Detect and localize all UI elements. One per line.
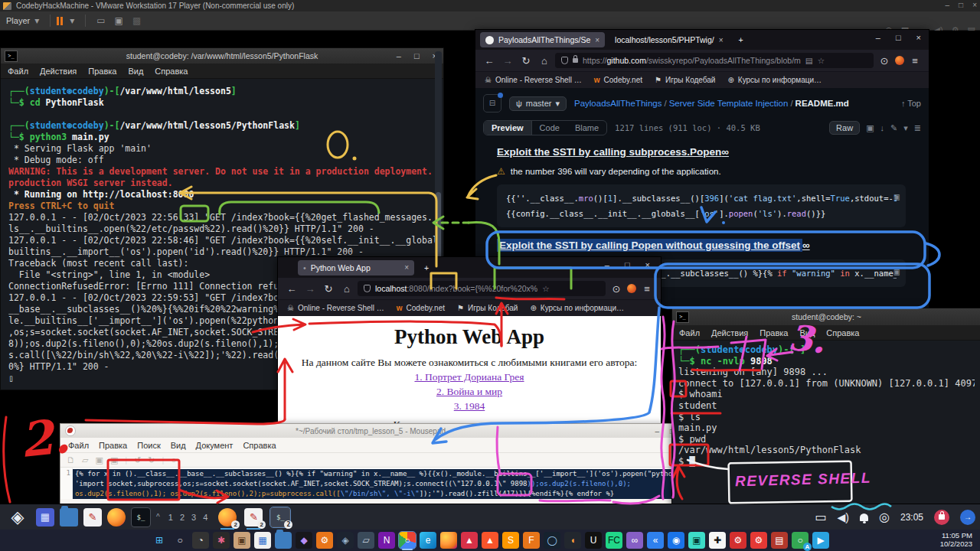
bookmark-games[interactable]: ⚑Игры Кодебай — [655, 76, 715, 84]
menu-help[interactable]: Справка — [826, 328, 859, 337]
tracking-shield-icon[interactable] — [561, 57, 568, 64]
save-icon[interactable]: ▣ — [95, 455, 103, 465]
file-manager-icon[interactable] — [60, 508, 78, 527]
bookmark-games[interactable]: ⚑Игры Кодебай — [457, 304, 518, 312]
visual-studio[interactable]: ∞ — [626, 532, 643, 549]
chrome[interactable]: ○ — [399, 532, 416, 549]
tab-close-icon[interactable]: × — [404, 263, 409, 272]
payload-text[interactable]: {% for x in ().__class__.__base__.__subc… — [73, 468, 681, 499]
back-to-top-link[interactable]: ↑ Top — [901, 99, 921, 108]
app-f-orange[interactable]: F — [523, 532, 540, 549]
vscode[interactable]: « — [647, 532, 664, 549]
pause-vm-button[interactable] — [57, 17, 63, 25]
window-list-icon[interactable]: ▭ — [815, 510, 826, 524]
app-teal[interactable]: ▣ — [688, 532, 705, 549]
power-manager-icon[interactable]: ◎ — [879, 510, 890, 524]
mousepad-window-button[interactable]: ✎2 — [244, 508, 263, 527]
outline-icon[interactable]: ≣ — [914, 123, 921, 133]
reload-icon[interactable]: ↻ — [321, 283, 336, 295]
codeby-menu-icon[interactable]: ◈ — [5, 508, 31, 527]
minimize-button[interactable]: – — [655, 427, 659, 435]
telegram[interactable]: ▶ — [812, 532, 829, 549]
new-tab-button[interactable]: + — [419, 260, 434, 276]
ublock-extension-icon[interactable] — [627, 284, 636, 293]
raw-button[interactable]: Raw — [829, 121, 860, 135]
save-as-icon[interactable]: ▣ — [110, 455, 118, 465]
mousepad-titlebar[interactable]: *~/Рабочий стол/tmp_lesson_5 - Mousepad … — [60, 424, 681, 438]
terminal-launcher-icon[interactable]: $_ — [131, 507, 151, 527]
toolbox-red[interactable]: ▤ — [771, 532, 788, 549]
menu-file[interactable]: Файл — [679, 328, 700, 337]
logout-button[interactable]: → — [960, 510, 975, 525]
app-gear-orange[interactable]: ⚙ — [316, 532, 333, 549]
mousepad-launcher-icon[interactable]: ✎ — [83, 508, 102, 527]
copy-code-icon[interactable]: ▣ — [894, 189, 900, 204]
bookmark-courses[interactable]: ⊕Курсы по информаци… — [727, 76, 822, 84]
volume-icon[interactable]: ◀) — [838, 511, 849, 523]
pause-caret-icon[interactable]: ▾ — [70, 15, 74, 26]
app-colors[interactable]: ✱ — [213, 532, 230, 549]
home-icon[interactable]: ⌂ — [339, 283, 354, 295]
edit-icon[interactable]: ✎ — [890, 123, 897, 133]
app-bat[interactable]: ✚ — [709, 532, 726, 549]
minimize-button[interactable]: – — [605, 260, 609, 269]
terminal-window-button[interactable]: $_2 — [270, 507, 290, 527]
firefox-launcher-icon[interactable] — [107, 508, 126, 527]
copy-code-icon[interactable]: ▣ — [894, 264, 900, 279]
firefox[interactable] — [440, 532, 457, 549]
code-block-subprocess[interactable]: ▣ {{''.__class__.mro()[1].__subclasses__… — [497, 184, 906, 227]
bookmark-star-icon[interactable]: ☆ — [542, 284, 549, 293]
app-pin-blue[interactable]: ◉ — [668, 532, 684, 549]
lock-screen-button[interactable] — [934, 510, 949, 525]
firefox-window-button[interactable]: 2 — [218, 508, 237, 527]
pycharm[interactable]: FC — [606, 532, 622, 549]
bookmark-codeby-net[interactable]: wCodeby.net — [397, 304, 445, 312]
reader-icon[interactable]: ▤ — [805, 56, 813, 65]
app-red-triangle[interactable]: ▲ — [461, 532, 478, 549]
minimize-button[interactable]: – — [876, 33, 880, 42]
app-obsidian[interactable]: ◆ — [296, 532, 312, 549]
menu-view[interactable]: Вид — [171, 441, 186, 450]
send-ctrl-alt-del-icon[interactable]: ▭ — [96, 15, 105, 26]
menu-actions[interactable]: Действия — [40, 67, 77, 76]
heading-link-icon[interactable]: ∞ — [721, 146, 729, 158]
heading-link-icon[interactable]: ∞ — [802, 240, 810, 251]
breadcrumb-folder[interactable]: Server Side Template Injection — [669, 99, 789, 108]
app-brave[interactable]: ▲ — [482, 532, 498, 549]
bookmark-codeby-net[interactable]: wCodeby.net — [594, 76, 642, 84]
book-link-1[interactable]: 1. Портрет Дориана Грея — [278, 371, 661, 383]
menu-help[interactable]: Справка — [155, 67, 188, 76]
left-terminal-titlebar[interactable]: >_ student@codeby: /var/www/html/lesson5… — [1, 48, 443, 64]
app-menu-icon[interactable]: ≡ — [639, 283, 655, 295]
pager-icon[interactable]: ▦ — [36, 508, 54, 527]
tab-payloadsallthethings[interactable]: PayloadsAllTheThings/Se × — [480, 32, 605, 47]
menu-view[interactable]: Вид — [128, 67, 143, 76]
vm-clock[interactable]: 23:05 — [900, 512, 923, 523]
pocket-icon[interactable]: ⊙ — [877, 55, 892, 67]
cinema4d[interactable]: ◯ — [544, 532, 560, 549]
maximize-button[interactable]: □ — [625, 260, 630, 269]
copy-raw-icon[interactable]: ▣ — [866, 123, 874, 133]
app-calendar[interactable]: ▦ — [254, 532, 271, 549]
windows-clock[interactable]: 11:05 PM 10/2/2023 — [940, 531, 972, 548]
minimize-button[interactable]: – — [397, 51, 401, 60]
forward-icon[interactable]: → — [500, 55, 515, 67]
search-icon[interactable]: ○ — [172, 532, 188, 549]
collapse-icon[interactable]: ^ — [156, 513, 160, 521]
app-geometric[interactable]: ◈ — [337, 532, 354, 549]
open-file-icon[interactable]: ▱ — [82, 455, 88, 465]
menu-edit[interactable]: Правка — [99, 441, 127, 450]
book-link-3[interactable]: 3. 1984 — [278, 400, 661, 412]
menu-help[interactable]: Справка — [243, 441, 276, 450]
tab-close-icon[interactable]: × — [719, 36, 724, 44]
settings-red-1[interactable]: ⚙ — [730, 532, 746, 549]
ublock-extension-icon[interactable] — [895, 56, 904, 65]
new-tab-button[interactable]: + — [733, 32, 749, 47]
file-tree-toggle[interactable]: ⊟ — [483, 94, 501, 112]
onenote[interactable]: N — [378, 532, 395, 549]
branch-selector[interactable]: ψ master ▾ — [509, 96, 567, 111]
menu-file[interactable]: Файл — [68, 441, 89, 450]
url-bar[interactable]: https://github.com/swisskyrepo/PayloadsA… — [555, 53, 874, 68]
close-button[interactable]: × — [916, 33, 921, 42]
vmware-close-button[interactable]: × — [972, 1, 977, 9]
